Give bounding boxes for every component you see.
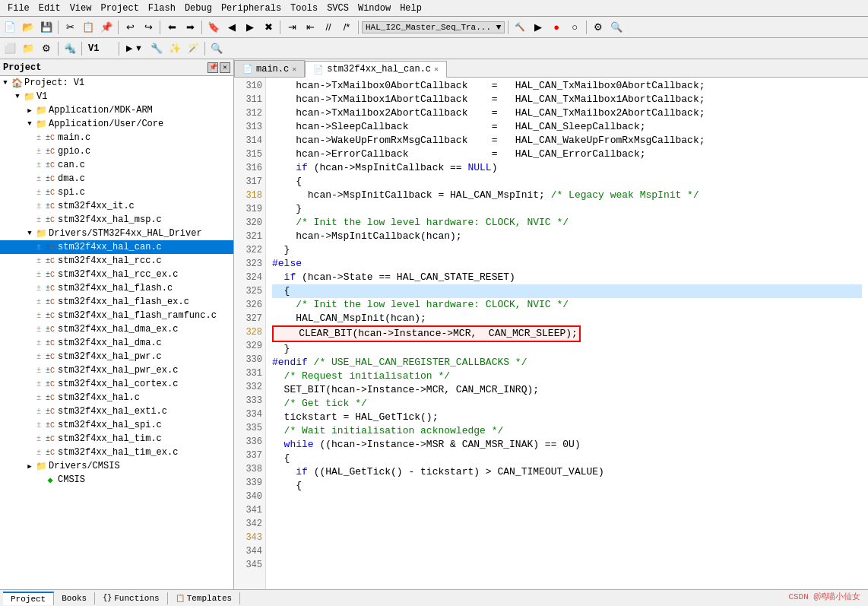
code-content[interactable]: hcan->TxMailbox0AbortCallback = HAL_CAN_… (266, 78, 868, 589)
expand-icon-v1[interactable]: ▼ (12, 91, 23, 102)
tree-item-hal-spi[interactable]: ±±Cstm32f4xx_hal_spi.c (0, 418, 233, 432)
menu-edit[interactable]: Edit (34, 2, 65, 15)
tree-item-app-user[interactable]: ▼📁Application/User/Core (0, 117, 233, 131)
tree-item-stm32f4xx-it[interactable]: ±±Cstm32f4xx_it.c (0, 199, 233, 213)
paste-btn[interactable]: 📌 (98, 19, 115, 36)
misc2-btn[interactable]: 🔍 (608, 19, 625, 36)
unindent-btn[interactable]: ⇤ (302, 19, 318, 36)
nav-forward-btn[interactable]: ➡ (182, 19, 198, 36)
tree-item-gpio-c[interactable]: ±±Cgpio.c (0, 144, 233, 158)
tree-item-main-c[interactable]: ±±Cmain.c (0, 131, 233, 144)
tb2-btn4[interactable]: 🔩 (62, 40, 78, 57)
tree-item-drivers-cmsis[interactable]: ▶📁Drivers/CMSIS (0, 459, 233, 473)
target-selector[interactable]: HAL_I2C_Master_Seq_Tra... ▼ (362, 21, 505, 33)
menu-peripherals[interactable]: Peripherals (217, 2, 286, 15)
tb2-wand-btn[interactable]: ✨ (166, 40, 183, 57)
diamond-icon-cmsis: ◆ (44, 474, 56, 485)
stop-btn[interactable]: ○ (566, 19, 583, 36)
tree-item-v1[interactable]: ▼📁V1 (0, 90, 233, 103)
tree-item-project-v1[interactable]: ▼🏠Project: V1 (0, 76, 233, 90)
tree-item-hal-c[interactable]: ±±Cstm32f4xx_hal.c (0, 391, 233, 405)
tree-item-hal-exti[interactable]: ±±Cstm32f4xx_hal_exti.c (0, 405, 233, 418)
tree-item-hal-tim[interactable]: ±±Cstm32f4xx_hal_tim.c (0, 432, 233, 446)
status-tab-project[interactable]: Project (3, 592, 54, 605)
tree-item-hal-pwr[interactable]: ±±Cstm32f4xx_hal_pwr.c (0, 350, 233, 363)
tb2-settings-btn[interactable]: 🔧 (148, 40, 165, 57)
toolbar-row1: 📄 📂 💾 ✂ 📋 📌 ↩ ↪ ⬅ ➡ 🔖 ◀ ▶ ✖ ⇥ ⇤ // /* HA… (0, 17, 868, 38)
misc1-btn[interactable]: ⚙ (590, 19, 607, 36)
bookmark-prev-btn[interactable]: ◀ (223, 19, 240, 36)
redo-btn[interactable]: ↪ (140, 19, 157, 36)
menu-svcs[interactable]: SVCS (322, 2, 353, 15)
menu-view[interactable]: View (65, 2, 97, 15)
tb2-run-btn[interactable]: ▶ ▼ (122, 40, 147, 57)
save-btn[interactable]: 💾 (38, 19, 55, 36)
tb2-extra-btn[interactable]: 🔍 (208, 40, 225, 57)
tree-item-hal-pwr-ex[interactable]: ±±Cstm32f4xx_hal_pwr_ex.c (0, 363, 233, 377)
bookmark-clear-btn[interactable]: ✖ (260, 19, 277, 36)
undo-btn[interactable]: ↩ (122, 19, 138, 36)
menu-flash[interactable]: Flash (144, 2, 180, 15)
tree-item-hal-flash[interactable]: ±±Cstm32f4xx_hal_flash.c (0, 281, 233, 295)
indent-btn[interactable]: ⇥ (284, 19, 300, 36)
menu-project[interactable]: Project (96, 2, 143, 15)
panel-close-btn[interactable]: ✕ (220, 62, 230, 73)
line-num-315: 315 (234, 148, 262, 161)
tree-item-spi-c[interactable]: ±±Cspi.c (0, 186, 233, 199)
tb2-btn1[interactable]: ⬜ (2, 40, 18, 57)
uncomment-btn[interactable]: /* (338, 19, 355, 36)
status-tab-books[interactable]: Books (54, 592, 95, 604)
file-icon-hal-dma: ±C (44, 338, 56, 348)
tb2-btn3[interactable]: ⚙ (38, 40, 55, 57)
tree-label-dma-c: dma.c (58, 173, 85, 184)
tree-item-can-c[interactable]: ±±Ccan.c (0, 158, 233, 172)
menu-help[interactable]: Help (395, 2, 426, 15)
menu-debug[interactable]: Debug (180, 2, 217, 15)
comment-btn[interactable]: // (320, 19, 337, 36)
tb2-magic-btn[interactable]: 🪄 (185, 40, 201, 57)
tree-item-hal-rcc[interactable]: ±±Cstm32f4xx_hal_rcc.c (0, 254, 233, 268)
expand-icon-app-mdk[interactable]: ▶ (24, 105, 35, 116)
status-tab-functions[interactable]: {} Functions (95, 592, 167, 604)
tree-item-dma-c[interactable]: ±±Cdma.c (0, 172, 233, 186)
expand-icon-app-user[interactable]: ▼ (24, 119, 35, 129)
tree-item-hal-flash-ramfunc[interactable]: ±±Cstm32f4xx_hal_flash_ramfunc.c (0, 309, 233, 322)
tree-item-hal-tim-ex[interactable]: ±±Cstm32f4xx_hal_tim_ex.c (0, 446, 233, 459)
expand-icon-project-v1[interactable]: ▼ (0, 78, 11, 88)
new-file-btn[interactable]: 📄 (2, 19, 18, 36)
expand-icon-drivers-cmsis[interactable]: ▶ (24, 461, 35, 471)
tree-item-hal-can[interactable]: ±±Cstm32f4xx_hal_can.c (0, 240, 233, 254)
expand-icon-drivers-stm32[interactable]: ▼ (24, 228, 35, 239)
tab-main-c-close[interactable]: ✕ (292, 65, 296, 74)
tree-item-hal-cortex[interactable]: ±±Cstm32f4xx_hal_cortex.c (0, 377, 233, 391)
tab-hal-can[interactable]: 📄 stm32f4xx_hal_can.c ✕ (305, 61, 447, 78)
tree-item-drivers-stm32[interactable]: ▼📁Drivers/STM32F4xx_HAL_Driver (0, 227, 233, 240)
cut-btn[interactable]: ✂ (62, 19, 78, 36)
tree-item-cmsis[interactable]: ◆CMSIS (0, 473, 233, 487)
tree-item-hal-dma[interactable]: ±±Cstm32f4xx_hal_dma.c (0, 336, 233, 350)
line-num-310: 310 (234, 79, 262, 93)
tree-item-hal-dma-ex[interactable]: ±±Cstm32f4xx_hal_dma_ex.c (0, 322, 233, 336)
bookmark-next-btn[interactable]: ▶ (242, 19, 258, 36)
run-btn[interactable]: ▶ (530, 19, 546, 36)
menu-tools[interactable]: Tools (286, 2, 322, 15)
tree-item-hal-rcc-ex[interactable]: ±±Cstm32f4xx_hal_rcc_ex.c (0, 268, 233, 281)
stop-red-btn[interactable]: ● (548, 19, 565, 36)
tree-item-app-mdk[interactable]: ▶📁Application/MDK-ARM (0, 103, 233, 117)
tab-main-c[interactable]: 📄 main.c ✕ (234, 60, 305, 77)
tree-item-stm32f4xx-hal-msp[interactable]: ±±Cstm32f4xx_hal_msp.c (0, 213, 233, 227)
build-btn[interactable]: 🔨 (512, 19, 528, 36)
nav-back-btn[interactable]: ⬅ (163, 19, 180, 36)
bookmark-btn[interactable]: 🔖 (205, 19, 222, 36)
tb2-btn2[interactable]: 📁 (20, 40, 36, 57)
open-btn[interactable]: 📂 (20, 19, 36, 36)
copy-btn[interactable]: 📋 (80, 19, 97, 36)
tree-item-hal-flash-ex[interactable]: ±±Cstm32f4xx_hal_flash_ex.c (0, 295, 233, 309)
panel-pin-btn[interactable]: 📌 (207, 62, 218, 73)
status-tab-templates[interactable]: 📋 Templates (168, 592, 240, 604)
tab-hal-can-close[interactable]: ✕ (434, 65, 439, 74)
menu-file[interactable]: File (3, 2, 34, 15)
menu-window[interactable]: Window (353, 2, 395, 15)
file-icon-hal-flash-ramfunc: ±C (44, 310, 56, 321)
line-num-343: 343 (234, 531, 262, 544)
